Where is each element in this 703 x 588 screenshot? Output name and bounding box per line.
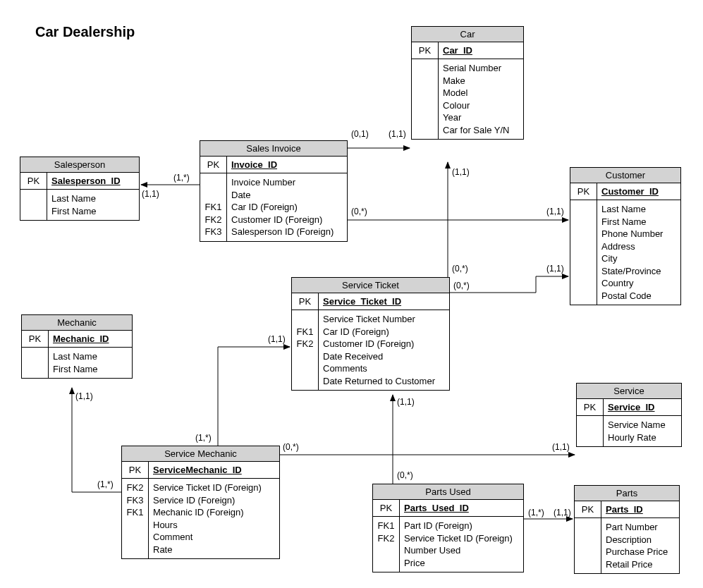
attrs: Serial Number Make Model Colour Year Car… xyxy=(439,59,523,139)
pk-label: PK xyxy=(570,183,597,200)
entity-header: Sales Invoice xyxy=(200,141,347,157)
page-title: Car Dealership xyxy=(35,24,135,40)
entity-service: Service PK Service_ID Service Name Hourl… xyxy=(576,383,682,447)
cardinality: (1,*) xyxy=(195,433,212,443)
pk-field: Customer_ID xyxy=(597,183,680,200)
entity-mechanic: Mechanic PK Mechanic_ID Last Name First … xyxy=(21,314,133,379)
attrs: Last Name First Name xyxy=(49,348,132,378)
fk-labels: FK2 FK3 FK1 xyxy=(122,479,149,558)
attrs: Last Name First Name xyxy=(47,190,139,220)
pk-label: PK xyxy=(292,293,319,310)
cardinality: (1,1) xyxy=(452,167,470,177)
pk-field: Parts_Used_ID xyxy=(400,500,523,516)
entity-sales-invoice: Sales Invoice PK Invoice_ID FK1 FK2 FK3 … xyxy=(200,140,348,242)
pk-field: Parts_ID xyxy=(601,501,679,517)
entity-header: Mechanic xyxy=(22,315,132,331)
entity-car: Car PK Car_ID Serial Number Make Model C… xyxy=(411,26,524,140)
cardinality: (1,1) xyxy=(546,207,564,216)
pk-label: PK xyxy=(577,399,604,415)
entity-parts-used: Parts Used PK Parts_Used_ID FK1 FK2 Part… xyxy=(372,484,524,572)
cardinality: (0,*) xyxy=(283,442,299,452)
pk-label: PK xyxy=(412,42,439,59)
cardinality: (1,*) xyxy=(173,173,190,183)
pk-field: Invoice_ID xyxy=(227,157,347,173)
entity-header: Car xyxy=(412,27,523,42)
entity-service-ticket: Service Ticket PK Service_Ticket_ID FK1 … xyxy=(291,277,450,391)
cardinality: (1,1) xyxy=(75,391,93,401)
entity-customer: Customer PK Customer_ID Last Name First … xyxy=(570,167,681,305)
fk-labels: FK1 FK2 xyxy=(292,310,319,390)
attrs: Last Name First Name Phone Number Addres… xyxy=(597,200,680,305)
cardinality: (1,1) xyxy=(268,334,286,344)
entity-header: Salesperson xyxy=(20,157,139,173)
pk-field: Service_ID xyxy=(604,399,681,415)
entity-salesperson: Salesperson PK Salesperson_ID Last Name … xyxy=(20,157,140,221)
pk-field: Service_Ticket_ID xyxy=(319,293,449,310)
entity-header: Parts Used xyxy=(373,484,523,500)
entity-header: Parts xyxy=(575,486,679,501)
cardinality: (1,1) xyxy=(554,508,571,517)
attrs: Part ID (Foreign) Service Ticket ID (For… xyxy=(400,517,523,572)
entity-header: Service xyxy=(577,384,681,399)
entity-service-mechanic: Service Mechanic PK ServiceMechanic_ID F… xyxy=(121,446,280,559)
cardinality: (1,1) xyxy=(397,397,415,407)
pk-field: Car_ID xyxy=(439,42,523,59)
cardinality: (1,*) xyxy=(528,508,544,517)
fk-labels: FK1 FK2 xyxy=(373,517,400,572)
cardinality: (1,1) xyxy=(552,442,570,452)
pk-label: PK xyxy=(373,500,400,516)
cardinality: (0,1) xyxy=(351,129,369,139)
pk-field: Salesperson_ID xyxy=(47,173,139,189)
attrs: Service Name Hourly Rate xyxy=(604,416,681,446)
cardinality: (1,1) xyxy=(546,264,564,274)
pk-label: PK xyxy=(200,157,227,173)
attrs: Part Number Description Purchase Price R… xyxy=(601,518,679,573)
pk-label: PK xyxy=(575,501,601,517)
entity-header: Service Ticket xyxy=(292,278,449,293)
cardinality: (0,*) xyxy=(397,470,413,480)
pk-field: ServiceMechanic_ID xyxy=(149,462,279,478)
cardinality: (0,*) xyxy=(453,281,470,290)
cardinality: (1,1) xyxy=(142,189,159,199)
pk-field: Mechanic_ID xyxy=(49,331,132,347)
cardinality: (1,*) xyxy=(97,479,114,489)
pk-label: PK xyxy=(122,462,149,478)
entity-header: Customer xyxy=(570,168,680,183)
pk-label: PK xyxy=(20,173,47,189)
attrs: Invoice Number Date Car ID (Foreign) Cus… xyxy=(227,173,347,241)
pk-label: PK xyxy=(22,331,49,347)
attrs: Service Ticket ID (Foreign) Service ID (… xyxy=(149,479,279,558)
cardinality: (0,*) xyxy=(351,207,367,216)
cardinality: (0,*) xyxy=(452,264,468,274)
attrs: Service Ticket Number Car ID (Foreign) C… xyxy=(319,310,449,390)
entity-header: Service Mechanic xyxy=(122,446,279,462)
fk-labels: FK1 FK2 FK3 xyxy=(200,173,227,241)
entity-parts: Parts PK Parts_ID Part Number Descriptio… xyxy=(574,485,680,574)
cardinality: (1,1) xyxy=(389,129,406,139)
